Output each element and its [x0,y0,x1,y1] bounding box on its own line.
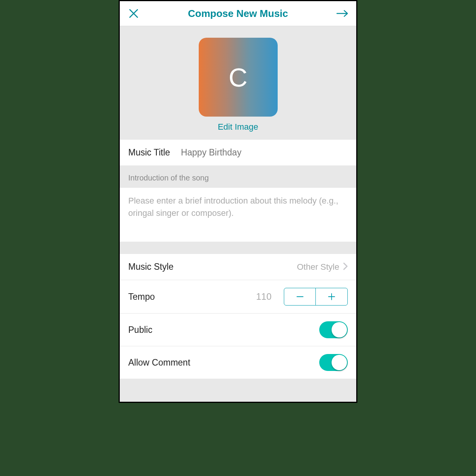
music-title-label: Music Title [128,147,170,158]
tempo-decrease-button[interactable] [284,288,316,305]
music-style-row[interactable]: Music Style Other Style [120,254,356,280]
allow-comment-row: Allow Comment [120,346,356,379]
public-toggle[interactable] [319,321,348,338]
music-title-row: Music Title [120,140,356,166]
edit-image-button[interactable]: Edit Image [218,122,258,132]
tempo-increase-button[interactable] [316,288,347,305]
page-title: Compose New Music [140,8,336,20]
tempo-label: Tempo [128,292,155,302]
next-arrow-icon[interactable] [336,7,349,20]
allow-comment-label: Allow Comment [128,357,190,368]
tempo-stepper [284,288,348,306]
public-label: Public [128,325,153,335]
public-row: Public [120,314,356,346]
image-section: C Edit Image [120,26,356,140]
introduction-textarea[interactable] [120,188,356,242]
music-title-input[interactable] [181,147,348,158]
close-icon[interactable] [127,7,140,20]
bottom-spacer [120,379,356,402]
settings-group: Music Style Other Style Tempo 110 Publi [120,254,356,379]
switch-knob [332,355,347,370]
music-style-value: Other Style [297,262,339,272]
music-style-label: Music Style [128,262,174,272]
allow-comment-toggle[interactable] [319,354,348,371]
album-art[interactable]: C [199,38,278,117]
chevron-right-icon [343,262,348,272]
tempo-row: Tempo 110 [120,280,356,314]
spacer [120,243,356,254]
switch-knob [332,322,347,337]
album-initial: C [228,62,247,92]
tempo-value: 110 [256,291,272,302]
header-bar: Compose New Music [120,1,356,26]
app-screen: Compose New Music C Edit Image Music Tit… [119,0,357,403]
introduction-header: Introduction of the song [120,166,356,188]
